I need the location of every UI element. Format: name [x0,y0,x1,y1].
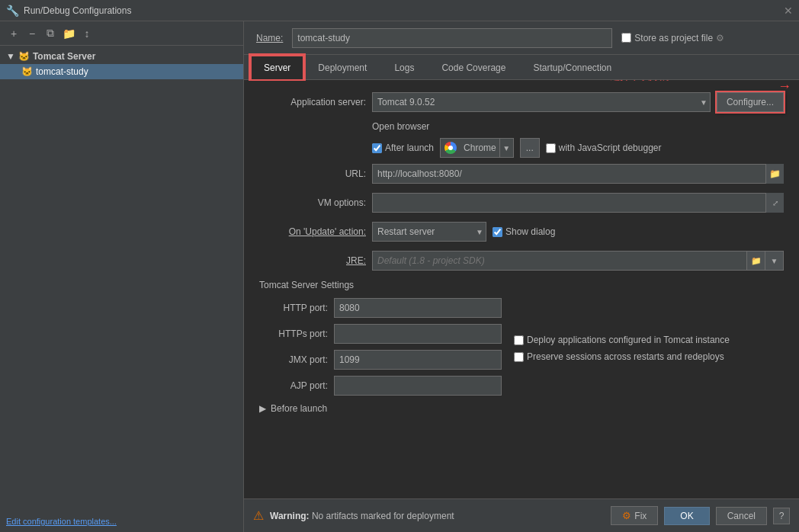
config-tree: ▼ 🐱 Tomcat Server 🐱 tomcat-study [0,46,243,511]
show-dialog-checkbox[interactable] [493,227,502,237]
warning-message: Warning: No artifacts marked for deploym… [270,511,605,521]
url-input-wrap: 📁 [372,164,784,184]
browser-settings-button[interactable]: ... [520,138,540,158]
vm-options-label: VM options: [259,197,366,208]
update-action-row: On 'Update' action: Restart server ▼ Sho… [259,222,784,242]
vm-options-input-wrap: ⤢ [372,193,784,213]
http-port-row: HTTP port: [259,298,502,318]
configure-button[interactable]: Configure... [717,92,784,112]
ajp-port-label: AJP port: [259,380,328,391]
store-as-project-checkbox[interactable] [621,33,631,43]
deploy-apps-checkbox[interactable] [514,335,524,345]
tab-logs[interactable]: Logs [380,55,428,79]
open-browser-label: Open browser [259,121,784,132]
tab-deployment[interactable]: Deployment [304,55,380,79]
chrome-browser-icon [444,141,457,155]
deploy-options: Deploy applications configured in Tomcat… [514,298,730,396]
jre-input-wrap: 📁 ▼ [372,251,784,271]
title-bar: 🔧 Run/Debug Configurations ✕ [0,0,799,21]
tree-item-tomcat-study[interactable]: 🐱 tomcat-study [0,64,243,79]
name-label: Name: [256,33,283,43]
tomcat-settings-title: Tomcat Server Settings [259,280,784,290]
update-action-select[interactable]: Restart server [372,222,486,242]
url-input[interactable] [372,164,784,184]
jre-dropdown-button[interactable]: ▼ [765,251,784,271]
tomcat-settings-grid: HTTP port: HTTPs port: JMX port: [259,298,784,396]
after-launch-checkbox-label[interactable]: After launch [372,143,434,153]
jre-input[interactable] [372,251,747,271]
url-folder-button[interactable]: 📁 [765,164,784,184]
help-button[interactable]: ? [773,508,790,524]
warning-label: Warning: [270,511,310,521]
server-tab-content: Application server: Tomcat 9.0.52 ▼ Conf… [244,80,799,498]
https-port-input[interactable] [334,324,502,344]
tomcat-icon: 🐱 [18,51,30,62]
browser-name: Chrome [460,143,499,153]
fix-button[interactable]: ⚙ Fix [611,506,658,525]
preserve-sessions-checkbox-label[interactable]: Preserve sessions across restarts and re… [514,351,730,362]
copy-config-button[interactable]: ⧉ [43,26,58,41]
tomcat-settings-section: Tomcat Server Settings HTTP port: HTTPs … [259,280,784,396]
vm-expand-button[interactable]: ⤢ [765,193,784,213]
store-as-project-label: Store as project file [634,33,713,43]
port-section: HTTP port: HTTPs port: JMX port: [259,298,502,396]
deploy-apps-label: Deploy applications configured in Tomcat… [527,335,730,345]
before-launch-section: ▶ Before launch [259,403,784,414]
update-select-wrap: Restart server ▼ [372,222,486,242]
remove-config-button[interactable]: − [24,26,40,41]
ajp-port-input[interactable] [334,376,502,396]
tabs-bar: Server Deployment Logs Code Coverage Sta… [244,55,799,80]
cancel-button[interactable]: Cancel [716,507,767,525]
sort-config-button[interactable]: ↕ [79,26,95,41]
preserve-sessions-label: Preserve sessions across restarts and re… [527,351,724,362]
show-dialog-checkbox-label[interactable]: Show dialog [493,226,555,237]
fix-label: Fix [634,511,647,521]
warning-detail: No artifacts marked for deployment [312,511,454,521]
before-launch-label: Before launch [271,403,327,414]
config-toolbar: + − ⧉ 📁 ↕ [0,21,243,46]
app-server-select[interactable]: Tomcat 9.0.52 [372,92,711,112]
app-server-row: Application server: Tomcat 9.0.52 ▼ Conf… [259,92,784,112]
config-name-input[interactable] [292,28,612,48]
js-debugger-label: with JavaScript debugger [559,143,662,153]
url-row: URL: 📁 [259,164,784,184]
app-server-label: Application server: [259,97,366,107]
jre-folder-button[interactable]: 📁 [747,251,765,271]
tab-code-coverage[interactable]: Code Coverage [428,55,519,79]
warning-icon: ⚠ [253,508,264,523]
jmx-port-input[interactable] [334,350,502,370]
http-port-label: HTTP port: [259,303,328,313]
window-title: Run/Debug Configurations [24,5,131,16]
show-dialog-label: Show dialog [505,226,555,237]
browser-select-wrap[interactable]: Chrome ▼ [440,138,514,158]
store-as-project-row: Store as project file ⚙ [621,33,724,43]
tree-group-tomcat[interactable]: ▼ 🐱 Tomcat Server [0,49,243,64]
http-port-input[interactable] [334,298,502,318]
app-icon: 🔧 [6,5,19,17]
vm-options-input[interactable] [372,193,784,213]
open-browser-section: Open browser After launch Chrome [259,121,784,184]
deploy-apps-checkbox-label[interactable]: Deploy applications configured in Tomcat… [514,335,730,345]
tab-server[interactable]: Server [250,55,304,79]
js-debugger-checkbox-label[interactable]: with JavaScript debugger [546,143,662,153]
dialog-buttons: OK Cancel [664,507,767,525]
after-launch-checkbox[interactable] [372,143,382,153]
before-launch-header[interactable]: ▶ Before launch [259,403,784,414]
tree-group-arrow: ▼ [6,51,15,62]
edit-templates-link[interactable]: Edit configuration templates... [0,511,243,532]
config-name-row: Name: Store as project file ⚙ [244,21,799,55]
close-icon[interactable]: ✕ [784,5,793,17]
jre-row: JRE: 📁 ▼ [259,251,784,271]
js-debugger-checkbox[interactable] [546,143,556,153]
after-launch-label: After launch [385,143,434,153]
add-config-button[interactable]: + [6,26,21,41]
folder-config-button[interactable]: 📁 [61,26,76,41]
browser-row: After launch Chrome ▼ ... [259,138,784,158]
browser-dropdown-arrow[interactable]: ▼ [499,139,513,157]
tab-startup-connection[interactable]: Startup/Connection [519,55,625,79]
jmx-port-row: JMX port: [259,350,502,370]
preserve-sessions-checkbox[interactable] [514,352,524,362]
jre-label: JRE: [259,255,366,266]
ok-button[interactable]: OK [664,507,709,525]
app-server-select-wrap: Tomcat 9.0.52 ▼ [372,92,711,112]
